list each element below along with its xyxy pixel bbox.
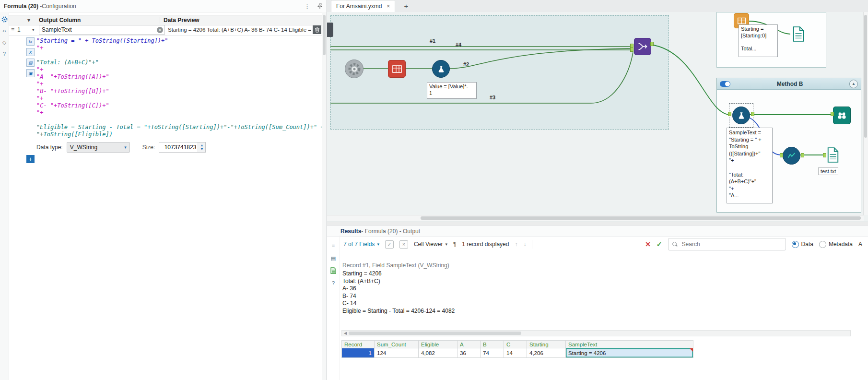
grid-cell-starting[interactable]: 4,206 [527,348,566,358]
tag-icon[interactable]: ◇ [1,39,8,46]
search-field[interactable] [668,238,786,250]
formula-line[interactable]: "+ [36,95,320,102]
config-scrollbar-thumb[interactable] [323,15,326,55]
clear-search-button[interactable]: ✕ [645,240,651,248]
collapse-container-button[interactable]: ▲ [849,80,858,88]
row-chevron-icon[interactable]: ▾ [32,27,39,32]
drag-handle-icon[interactable]: ≡ [11,26,14,33]
new-tab-button[interactable]: + [401,2,411,10]
connection-anchor[interactable] [801,153,804,157]
fields-dropdown[interactable]: 7 of 7 Fields▾ [343,241,379,248]
crosstab-tool[interactable] [388,60,406,78]
canvas-horizontal-scrollbar[interactable] [327,215,864,221]
test-value-icon[interactable]: X [26,48,35,56]
canvas-vertical-scrollbar[interactable] [863,12,868,215]
size-input[interactable] [159,144,198,151]
grid-icon[interactable]: ▤ [330,255,337,261]
gear-icon[interactable] [1,16,8,23]
panel-menu-icon[interactable]: ⋮ [304,2,310,10]
selected-tool-container[interactable] [330,15,669,130]
help-icon[interactable]: ? [330,280,337,286]
grid-cell-eligible[interactable]: 4,082 [419,348,457,358]
grid-cell-a[interactable]: 36 [457,348,481,358]
size-stepper[interactable]: ▲▼ [198,142,205,152]
file-icon[interactable] [330,267,337,274]
config-scrollbar[interactable] [322,12,327,380]
help-icon[interactable]: ? [1,50,8,57]
canvas-vscroll-thumb[interactable] [864,15,867,138]
fx-icon[interactable]: fx [26,37,35,46]
column-header-b[interactable]: B [481,340,504,348]
cell-viewer-scrollbar[interactable]: ◀ [341,330,851,336]
formula-line[interactable]: "A- "+ToString([A])+" [36,73,320,81]
clear-field-icon[interactable]: × [157,27,163,33]
list-icon[interactable]: ≡ [330,242,337,249]
formula-line[interactable]: "Starting = " + ToString([Starting])+" [36,37,320,45]
scroll-left-icon[interactable]: ◀ [342,331,349,335]
column-header-a[interactable]: A [457,340,481,348]
grid-cell-sampletext[interactable]: Starting = 4206 [566,348,693,358]
next-record-icon[interactable]: ↓ [523,241,526,248]
formula-tool[interactable] [432,60,450,78]
columns-icon[interactable]: ▤ [26,59,35,67]
metadata-radio[interactable]: Metadata [819,241,853,248]
formula-line[interactable]: "Total: (A+B+C)"+" [36,59,320,66]
column-header-sampletext[interactable]: SampleText [566,340,693,348]
search-input[interactable] [681,240,782,248]
data-type-dropdown[interactable]: V_WString ▾ [67,142,130,153]
formula-line[interactable]: "B- "+ToString([B])+" [36,88,320,95]
connection-anchor[interactable] [823,153,826,157]
formula-line[interactable]: "+ToString([Eligible]) [36,131,320,138]
connection-anchor[interactable] [650,42,654,46]
formula-line[interactable]: "C- "+ToString([C])+" [36,102,320,109]
connection-anchor[interactable] [728,112,731,116]
formula-tool-method-b[interactable] [732,107,750,124]
formula-line[interactable]: "+ [36,66,320,73]
apply-search-button[interactable]: ✓ [657,240,662,248]
deselect-cells-icon[interactable]: × [399,240,408,249]
grid-cell-sum_count[interactable]: 124 [375,348,419,358]
delete-expression-button[interactable] [313,25,321,34]
starting-annotation[interactable]: Starting =[Starting:0] Total... [739,24,778,57]
cell-viewer-dropdown[interactable]: Cell Viewer▾ [414,241,447,248]
column-header-starting[interactable]: Starting [527,340,566,348]
output-file-icon[interactable] [791,25,806,43]
save-expression-icon[interactable]: ▣ [26,69,35,77]
prev-record-icon[interactable]: ↑ [515,241,517,248]
code-icon[interactable]: ‹› [1,27,8,34]
cell-viewer-scroll-thumb[interactable] [349,332,521,335]
data-radio[interactable]: Data [792,241,813,248]
formula-line[interactable]: "+ [36,109,320,117]
row-gutter[interactable]: ≡ 1 [9,26,32,33]
grid-cell-c[interactable]: 14 [504,348,527,358]
select-cells-icon[interactable]: ✓ [385,240,394,249]
container-toggle[interactable] [720,81,730,87]
close-tab-icon[interactable]: × [387,3,390,10]
column-header-record[interactable]: Record [341,340,375,348]
connection-anchor[interactable] [751,112,754,116]
browse-tool[interactable] [833,107,851,124]
column-header-c[interactable]: C [504,340,527,348]
column-header-sum_count[interactable]: Sum_Count [375,340,419,348]
connection-anchor[interactable] [780,153,783,157]
expression-editor[interactable]: "Starting = " + ToString([Starting])+""+… [36,37,320,139]
grid-cell-record[interactable]: 1 [341,348,375,358]
field-name-input[interactable] [41,26,157,34]
output-file-icon-test[interactable] [826,146,840,164]
pin-icon[interactable] [317,3,323,9]
chart-tool[interactable] [783,147,800,165]
output-column-field[interactable]: × [39,25,165,35]
macro-gear-tool[interactable] [345,59,364,78]
chevron-down-icon[interactable]: ▾ [9,17,30,24]
connection-anchor[interactable] [630,48,633,52]
formula-line[interactable] [36,117,320,124]
sampletext-annotation[interactable]: SampleText ="Starting = " +ToString(([St… [727,128,773,203]
workflow-tab[interactable]: For Amsaini.yxmd × [331,0,395,12]
add-expression-button[interactable]: + [26,155,35,163]
column-header-eligible[interactable]: Eligible [419,340,457,348]
canvas-hscroll-thumb[interactable] [421,216,861,220]
workflow-canvas[interactable]: Method B ▲ Starting =[Starting:0] Total.… [327,12,868,222]
formula-line[interactable] [36,52,320,59]
grid-cell-b[interactable]: 74 [481,348,504,358]
value-annotation[interactable]: Value = [Value]*-1 [427,82,477,99]
